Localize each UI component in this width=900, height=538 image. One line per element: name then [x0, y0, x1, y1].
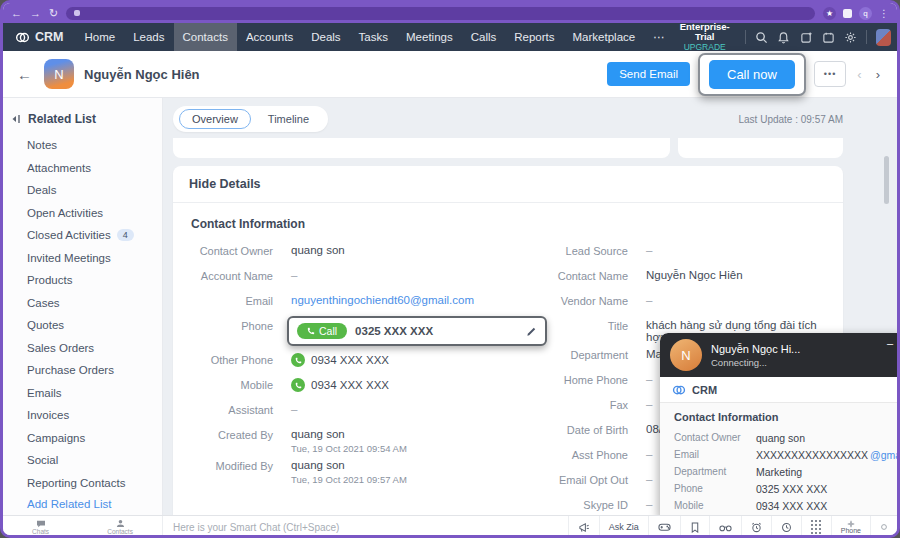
- field-row: Lead Source –: [533, 239, 827, 264]
- sidebar-item[interactable]: Purchase Orders: [3, 359, 162, 382]
- back-arrow-icon[interactable]: ←: [17, 66, 32, 83]
- browser-reload-icon[interactable]: ↻: [49, 8, 58, 19]
- nav-item[interactable]: Accounts: [237, 23, 302, 51]
- field-label: Contact Owner: [181, 244, 273, 257]
- call-now-highlight-box: Call now: [698, 53, 806, 96]
- popup-field-label: Phone: [674, 483, 756, 494]
- sidebar-item[interactable]: Quotes: [3, 314, 162, 337]
- field-row: Contact Owner quang son: [181, 239, 533, 264]
- sidebar-item[interactable]: Invited Meetings: [3, 247, 162, 270]
- bottom-bar: Chats Contacts Ask Zia: [3, 515, 897, 538]
- sidebar-item[interactable]: Campaigns: [3, 427, 162, 450]
- phone-icon: [307, 327, 315, 335]
- field-label: Fax: [533, 398, 628, 411]
- sidebar-item[interactable]: Closed Activities 4: [3, 224, 162, 247]
- sidebar-item[interactable]: Deals: [3, 179, 162, 202]
- sidebar-item[interactable]: Cases: [3, 292, 162, 315]
- browser-menu-icon[interactable]: ⋮: [879, 8, 889, 19]
- user-avatar[interactable]: [876, 29, 891, 46]
- edge-settings-icon[interactable]: [870, 516, 897, 538]
- email-link[interactable]: @gmail.co: [870, 449, 900, 461]
- minimize-icon[interactable]: –: [887, 337, 893, 349]
- notifications-bell-icon[interactable]: [777, 30, 790, 45]
- calendar-icon[interactable]: [822, 30, 835, 45]
- smart-chat-input[interactable]: [173, 522, 558, 533]
- call-status: Connecting...: [711, 357, 800, 368]
- popup-field-row: Phone 0325 XXX XXX: [674, 480, 900, 497]
- recent-history-icon[interactable]: [771, 516, 801, 538]
- field-label: Home Phone: [533, 373, 628, 386]
- ask-zia-button[interactable]: Ask Zia: [599, 516, 648, 538]
- nav-item[interactable]: Calls: [462, 23, 506, 51]
- signals-binoculars-icon[interactable]: [709, 516, 741, 538]
- popup-field-row: Mobile 0934 XXX XXX: [674, 497, 900, 514]
- send-email-button[interactable]: Send Email: [607, 62, 690, 86]
- nav-item[interactable]: Meetings: [397, 23, 462, 51]
- call-highlight-box: Call 0325 XXX XXX: [287, 316, 547, 346]
- browser-profile-avatar[interactable]: q: [859, 7, 872, 20]
- call-now-button[interactable]: Call now: [709, 60, 795, 89]
- crm-logo[interactable]: CRM: [3, 30, 75, 45]
- tab-timeline[interactable]: Timeline: [255, 109, 322, 129]
- collapse-panel-icon[interactable]: [11, 114, 21, 124]
- more-actions-button[interactable]: •••: [814, 61, 846, 87]
- gamescope-icon[interactable]: [648, 516, 680, 538]
- sidebar-item[interactable]: Social: [3, 449, 162, 472]
- nav-menu: Home Leads Contacts Accounts Deals Tasks…: [75, 23, 673, 51]
- feeds-flag-icon[interactable]: [680, 516, 709, 538]
- field-row: Email nguyenthingochiendt60@gmail.com: [181, 289, 533, 314]
- nav-item[interactable]: Home: [75, 23, 124, 51]
- browser-toolbar: ← → ↻ ★ q ⋮: [3, 3, 897, 23]
- phone-settings-button[interactable]: Phone: [831, 516, 870, 538]
- signals-compose-icon[interactable]: [799, 30, 812, 45]
- phone-icon[interactable]: [291, 353, 305, 367]
- announcements-icon[interactable]: [568, 516, 599, 538]
- field-value: –: [646, 373, 652, 385]
- settings-gear-icon[interactable]: [844, 30, 857, 45]
- crm-logo-text: CRM: [35, 30, 63, 44]
- browser-back-icon[interactable]: ←: [11, 8, 22, 19]
- nav-item[interactable]: Marketplace: [564, 23, 645, 51]
- next-record-icon[interactable]: ›: [873, 67, 883, 82]
- contacts-button[interactable]: Contacts: [107, 519, 133, 535]
- sidebar-item[interactable]: Open Activities: [3, 202, 162, 225]
- sidebar-item[interactable]: Reporting Contacts: [3, 472, 162, 495]
- sidebar-item[interactable]: Products: [3, 269, 162, 292]
- add-related-list-link[interactable]: Add Related List: [3, 494, 162, 510]
- field-row: Phone Call 0325 XXX XXX: [181, 314, 533, 348]
- edit-pencil-icon[interactable]: [526, 326, 537, 337]
- dialpad-icon[interactable]: [801, 516, 831, 538]
- sidebar-item[interactable]: Invoices: [3, 404, 162, 427]
- extensions-icon[interactable]: [843, 9, 852, 18]
- bookmark-star-icon[interactable]: ★: [823, 7, 836, 20]
- nav-item[interactable]: Contacts: [174, 23, 237, 51]
- sidebar-item[interactable]: Sales Orders: [3, 337, 162, 360]
- call-button[interactable]: Call: [297, 323, 347, 339]
- phone-icon[interactable]: [291, 378, 305, 392]
- popup-field-value: 0325 XXX XXX: [756, 483, 827, 495]
- vertical-scrollbar[interactable]: [884, 156, 889, 204]
- field-value: quang son: [291, 244, 345, 256]
- tab-overview[interactable]: Overview: [179, 109, 251, 129]
- contact-header: ← N Nguyễn Ngọc Hiên Send Email Call now…: [3, 51, 897, 98]
- popup-section-title: Contact Information: [674, 411, 900, 423]
- search-icon[interactable]: [755, 30, 768, 45]
- chats-button[interactable]: Chats: [32, 520, 49, 535]
- nav-item[interactable]: Deals: [302, 23, 349, 51]
- sidebar-item[interactable]: Attachments: [3, 157, 162, 180]
- sidebar-item[interactable]: Notes: [3, 134, 162, 157]
- nav-item[interactable]: Reports: [505, 23, 563, 51]
- nav-item[interactable]: Tasks: [350, 23, 397, 51]
- divider: [745, 30, 746, 44]
- nav-item[interactable]: Leads: [124, 23, 173, 51]
- browser-forward-icon[interactable]: →: [30, 8, 41, 19]
- previous-record-icon[interactable]: ‹: [854, 67, 864, 82]
- sidebar-item[interactable]: Emails: [3, 382, 162, 405]
- reminders-alarm-icon[interactable]: [741, 516, 771, 538]
- contact-name: Nguyễn Ngọc Hiên: [84, 67, 200, 82]
- hide-details-toggle[interactable]: Hide Details: [173, 166, 843, 203]
- field-label: Contact Name: [533, 269, 628, 282]
- field-label: Phone: [181, 319, 273, 332]
- nav-item[interactable]: ⋯: [644, 23, 674, 51]
- address-bar[interactable]: [66, 7, 815, 20]
